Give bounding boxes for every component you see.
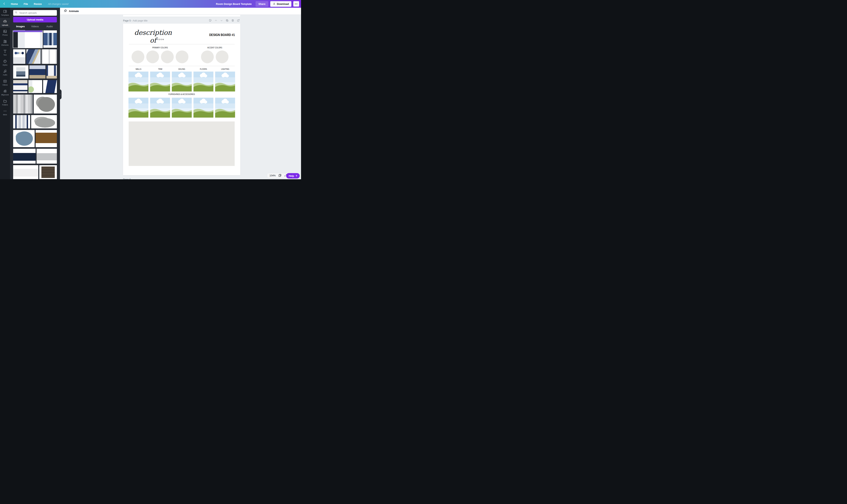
sidebar-item-label: More xyxy=(3,114,7,116)
chevron-up-icon xyxy=(214,19,217,23)
chevron-left-icon xyxy=(3,2,6,6)
sidebar-item-more[interactable]: More xyxy=(0,107,10,118)
upload-thumbnail-inspiration-moodboard[interactable] xyxy=(43,30,57,48)
upload-thumbnail-navy-dresser[interactable] xyxy=(13,149,36,164)
image-placeholder[interactable] xyxy=(193,98,213,118)
image-placeholder[interactable] xyxy=(215,72,235,91)
help-button[interactable]: Help ? xyxy=(286,173,300,179)
image-placeholder[interactable] xyxy=(172,72,192,91)
landscape-placeholder-icon xyxy=(172,98,192,118)
add-notes-button[interactable] xyxy=(208,19,212,23)
back-button[interactable] xyxy=(3,2,6,6)
styles-icon xyxy=(3,59,7,64)
sidebar-item-videos[interactable]: Videos xyxy=(0,77,10,88)
color-swatch[interactable] xyxy=(146,51,159,63)
upload-thumbnail-navy-striped-curtain-panel[interactable] xyxy=(13,115,30,128)
share-button[interactable]: Share xyxy=(255,1,268,7)
upload-thumbnail-gray-linen-curtains[interactable] xyxy=(13,94,33,113)
move-page-down-button[interactable] xyxy=(219,19,224,23)
upload-thumbnail-blue-velvet-pillows[interactable] xyxy=(13,130,35,147)
color-swatch[interactable] xyxy=(131,51,144,63)
document-title[interactable]: Room Design Board Template xyxy=(216,2,252,5)
search-input[interactable] xyxy=(19,11,55,15)
delete-page-button[interactable] xyxy=(231,19,235,23)
text-icon xyxy=(3,49,7,53)
sidebar-item-label: Styles xyxy=(3,64,7,66)
sidebar-item-bkground[interactable]: Bkground xyxy=(0,87,10,97)
board-title[interactable]: DESIGN BOARD #1 xyxy=(205,33,235,37)
page-6-label[interactable]: Page 6 xyxy=(123,178,131,179)
uploads-grid-row xyxy=(13,80,57,93)
color-swatch[interactable] xyxy=(176,51,189,63)
image-placeholder[interactable] xyxy=(215,98,235,118)
topbar-left: HomeFileResize All changes saved xyxy=(0,2,68,6)
tab-audio[interactable]: Audio xyxy=(42,24,57,30)
upload-thumbnail-gray-lumbar-pillows[interactable] xyxy=(31,115,57,128)
sidebar-item-elements[interactable]: Elements xyxy=(0,38,10,48)
landscape-placeholder-icon xyxy=(193,72,213,91)
upload-thumbnail-canva-editor-screenshot[interactable] xyxy=(13,30,42,48)
upload-thumbnail-white-pompom-curtain[interactable] xyxy=(29,80,42,93)
download-label: Download xyxy=(277,2,289,5)
sidebar-item-folders[interactable]: Folders xyxy=(0,97,10,108)
sidebar-item-text[interactable]: Text xyxy=(0,48,10,58)
upload-thumbnail-misty-forest-print[interactable] xyxy=(13,65,29,78)
furnishings-image-row xyxy=(128,98,235,118)
image-placeholder[interactable] xyxy=(193,72,213,91)
duplicate-page-button[interactable] xyxy=(225,19,229,23)
topbar-menu-home[interactable]: Home xyxy=(11,2,18,5)
color-swatch[interactable] xyxy=(161,51,174,63)
sidebar-item-templates[interactable]: Templates xyxy=(0,8,10,18)
sidebar-item-audio[interactable]: Audio xyxy=(0,68,10,77)
tab-videos[interactable]: Videos xyxy=(28,24,42,30)
image-placeholder[interactable] xyxy=(150,72,170,91)
trash-icon xyxy=(231,19,234,23)
elements-icon xyxy=(3,39,7,43)
sidebar-item-label: Folders xyxy=(2,104,8,106)
image-placeholder[interactable] xyxy=(128,98,148,118)
animate-button[interactable]: Animate xyxy=(62,9,80,14)
sidebar-item-label: Elements xyxy=(1,44,8,46)
add-page-button[interactable] xyxy=(236,19,240,23)
uploads-grid-row xyxy=(13,115,57,128)
pages-button[interactable]: 7 xyxy=(278,174,282,178)
move-page-up-button[interactable] xyxy=(214,19,218,23)
sidebar-item-label: Uploads xyxy=(2,24,8,26)
sidebar-item-photos[interactable]: Photos xyxy=(0,28,10,38)
topbar-menu-resize[interactable]: Resize xyxy=(34,2,42,5)
upload-media-button[interactable]: Upload media xyxy=(13,17,57,22)
upload-thumbnail-option1-moodboard[interactable] xyxy=(13,49,25,64)
upload-thumbnail-navy-white-bedding[interactable] xyxy=(13,80,28,93)
page-title-field[interactable]: Page 5 - Add page title xyxy=(123,19,147,22)
design-page-5[interactable]: description of ROOM DESIGN BOARD #1 PRIM… xyxy=(123,23,240,175)
page-title-placeholder: Add page title xyxy=(133,19,147,22)
sidebar-item-styles[interactable]: Styles xyxy=(0,58,10,68)
uploads-icon xyxy=(3,19,7,23)
board-script-title[interactable]: description of xyxy=(131,29,175,44)
upload-thumbnail-brown-wood-dresser[interactable] xyxy=(36,130,57,147)
upload-thumbnail-wicker-hamper[interactable] xyxy=(39,165,57,179)
tab-images[interactable]: Images xyxy=(13,24,28,30)
sidebar-item-uploads[interactable]: Uploads xyxy=(0,18,10,28)
upload-thumbnail-gray-velvet-pillows[interactable] xyxy=(34,94,57,113)
image-placeholder[interactable] xyxy=(128,72,148,91)
color-swatch[interactable] xyxy=(216,51,229,63)
upload-thumbnail-white-dresser[interactable] xyxy=(13,165,38,179)
download-button[interactable]: Download xyxy=(270,1,292,7)
more-options-button[interactable]: ••• xyxy=(293,1,299,6)
board-script-subtitle[interactable]: ROOM xyxy=(152,38,170,40)
upload-thumbnail-xo-prints[interactable] xyxy=(41,49,57,64)
page-4-bottom-edge[interactable] xyxy=(123,15,240,17)
notes-box[interactable] xyxy=(129,122,235,166)
image-placeholder[interactable] xyxy=(150,98,170,118)
topbar-menu-file[interactable]: File xyxy=(23,2,28,5)
landscape-placeholder-icon xyxy=(128,72,148,91)
image-placeholder[interactable] xyxy=(172,98,192,118)
upload-thumbnail-navy-curtain-bedroom[interactable] xyxy=(47,65,57,78)
upload-thumbnail-navy-pompom-curtain[interactable] xyxy=(43,80,57,93)
color-swatch[interactable] xyxy=(201,51,214,63)
upload-thumbnail-navy-marble-art[interactable] xyxy=(26,49,41,64)
zoom-level[interactable]: 104% xyxy=(269,174,276,177)
upload-thumbnail-gray-dresser[interactable] xyxy=(37,149,57,164)
upload-thumbnail-navy-tufted-bed[interactable] xyxy=(30,65,46,78)
